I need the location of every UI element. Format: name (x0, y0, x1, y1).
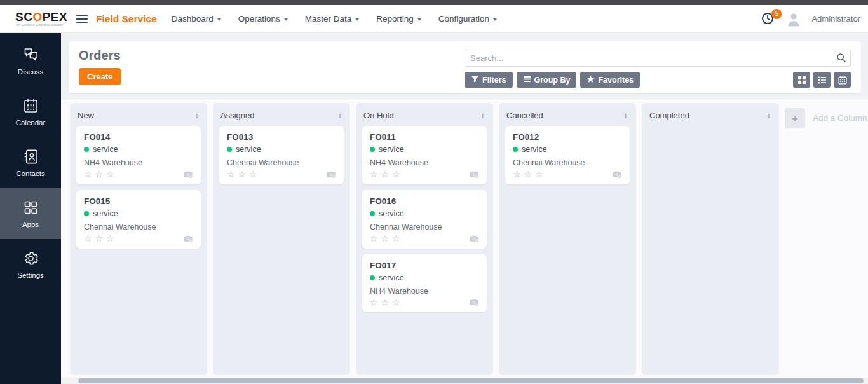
star-icon[interactable]: ☆ (392, 233, 400, 244)
kanban-card-fo011[interactable]: FO011serviceNH4 Warehouse☆☆☆ (362, 126, 487, 184)
search-input[interactable] (465, 50, 851, 67)
kanban-column-title[interactable]: On Hold (363, 111, 394, 120)
horizontal-scrollbar-thumb[interactable] (78, 378, 864, 383)
kanban-column-title[interactable]: New (78, 111, 94, 120)
star-icon[interactable]: ☆ (392, 169, 400, 180)
card-status: service (370, 209, 479, 218)
star-icon[interactable]: ☆ (535, 169, 543, 180)
star-icon[interactable]: ☆ (370, 233, 378, 244)
kanban-card-fo013[interactable]: FO013serviceChennai Warehouse☆☆☆ (219, 126, 344, 184)
camera-icon (183, 170, 193, 179)
star-icon[interactable]: ☆ (95, 233, 104, 244)
star-icon[interactable]: ☆ (84, 169, 92, 180)
kanban-column-title[interactable]: Cancelled (506, 111, 543, 120)
card-title: FO015 (84, 196, 193, 206)
card-status-label: service (236, 145, 261, 154)
filter-buttons: FiltersGroup ByFavorites (465, 72, 640, 88)
menu-toggle-icon[interactable] (76, 15, 88, 23)
page-title: Orders (79, 48, 121, 62)
star-icon[interactable]: ☆ (238, 169, 247, 180)
filters-button[interactable]: Filters (465, 72, 513, 88)
quick-create-icon[interactable]: + (480, 111, 485, 120)
sidebar-item-discuss[interactable]: Discuss (0, 36, 61, 86)
avatar[interactable] (785, 11, 802, 27)
kanban-column-title[interactable]: Assigned (220, 111, 254, 120)
card-footer: ☆☆☆ (370, 298, 479, 308)
sidebar-item-label: Settings (17, 271, 44, 279)
star-icon[interactable]: ☆ (392, 298, 400, 308)
camera-icon (612, 170, 622, 179)
horizontal-scrollbar[interactable] (61, 378, 868, 384)
favorites-button[interactable]: Favorites (580, 72, 640, 88)
calendar-view-button[interactable] (834, 72, 851, 88)
add-column-label[interactable]: Add a Column (813, 113, 867, 123)
menu-label: Dashboard (172, 14, 214, 24)
card-title: FO016 (370, 196, 479, 206)
card-status-label: service (379, 209, 404, 218)
kanban-card-fo012[interactable]: FO012serviceChennai Warehouse☆☆☆ (505, 126, 630, 184)
star-icon[interactable]: ☆ (106, 233, 114, 244)
camera-icon (183, 235, 193, 243)
status-dot-icon (84, 211, 89, 216)
star-icon[interactable]: ☆ (95, 169, 104, 180)
kanban-card-fo014[interactable]: FO014serviceNH4 Warehouse☆☆☆ (76, 126, 201, 184)
star-icon[interactable]: ☆ (513, 169, 521, 180)
settings-icon (22, 250, 39, 267)
star-icon[interactable]: ☆ (381, 169, 390, 180)
activity-clock-button[interactable]: 5 (761, 11, 776, 27)
star-icon[interactable]: ☆ (84, 233, 92, 244)
search-box (465, 50, 851, 67)
add-column-button[interactable]: + (785, 108, 805, 128)
sidebar-item-settings[interactable]: Settings (0, 239, 61, 290)
kanban-card-list: FO014serviceNH4 Warehouse☆☆☆FO015service… (76, 126, 201, 254)
kanban-card-fo017[interactable]: FO017serviceNH4 Warehouse☆☆☆ (362, 254, 487, 313)
star-icon[interactable]: ☆ (370, 298, 378, 308)
card-title: FO014 (84, 132, 193, 142)
status-dot-icon (370, 211, 375, 216)
main-content: Orders Create FiltersGroup ByFavorites (61, 33, 868, 384)
quick-create-icon[interactable]: + (766, 111, 771, 120)
quick-create-icon[interactable]: + (337, 111, 342, 120)
card-status-label: service (93, 209, 118, 218)
menu-operations[interactable]: Operations (238, 14, 288, 24)
star-icon[interactable]: ☆ (227, 169, 235, 180)
sidebar-item-contacts[interactable]: Contacts (0, 137, 61, 188)
sidebar: DiscussCalendarContactsAppsSettings (0, 33, 61, 384)
brand-logo[interactable]: SCOPEX The Complete Enterprise Solution (15, 11, 70, 27)
menu-reporting[interactable]: Reporting (376, 14, 421, 24)
calendar-icon (22, 97, 39, 114)
card-footer: ☆☆☆ (370, 169, 479, 180)
group-by-button[interactable]: Group By (517, 72, 577, 88)
app-name[interactable]: Field Service (96, 13, 157, 25)
priority-stars: ☆☆☆ (370, 233, 400, 244)
card-warehouse: NH4 Warehouse (84, 158, 193, 167)
star-icon[interactable]: ☆ (381, 233, 390, 244)
kanban-card-fo015[interactable]: FO015serviceChennai Warehouse☆☆☆ (76, 190, 201, 249)
quick-create-icon[interactable]: + (194, 111, 200, 120)
menu-master-data[interactable]: Master Data (305, 14, 360, 24)
card-title: FO011 (370, 132, 479, 142)
kanban-column-on-hold: On Hold+FO011serviceNH4 Warehouse☆☆☆FO01… (356, 103, 493, 375)
star-icon[interactable]: ☆ (106, 169, 114, 180)
kanban-board: New+FO014serviceNH4 Warehouse☆☆☆FO015ser… (61, 100, 868, 378)
sidebar-item-apps[interactable]: Apps (0, 188, 61, 239)
chevron-down-icon (217, 18, 221, 21)
list-view-button[interactable] (813, 72, 831, 88)
kanban-card-fo016[interactable]: FO016serviceChennai Warehouse☆☆☆ (362, 190, 487, 249)
user-name[interactable]: Administrator (811, 14, 860, 24)
search-icon[interactable] (836, 53, 846, 65)
create-button[interactable]: Create (79, 68, 121, 85)
star-icon[interactable]: ☆ (370, 169, 378, 180)
card-warehouse: NH4 Warehouse (370, 287, 479, 296)
button-label: Favorites (598, 76, 634, 85)
star-icon[interactable]: ☆ (381, 298, 390, 308)
quick-create-icon[interactable]: + (623, 111, 628, 120)
kanban-column-title[interactable]: Completed (649, 111, 689, 120)
sidebar-item-calendar[interactable]: Calendar (0, 86, 61, 137)
menu-configuration[interactable]: Configuration (438, 14, 497, 24)
star-icon[interactable]: ☆ (524, 169, 532, 180)
menu-dashboard[interactable]: Dashboard (172, 14, 221, 24)
notification-badge: 5 (771, 9, 782, 19)
kanban-view-button[interactable] (793, 72, 810, 88)
star-icon[interactable]: ☆ (249, 169, 257, 180)
